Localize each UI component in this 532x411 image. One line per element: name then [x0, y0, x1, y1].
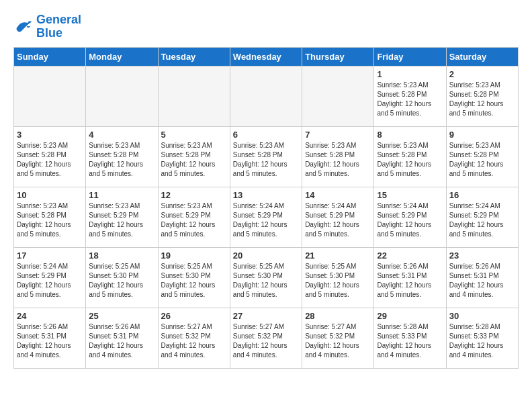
calendar-cell: 11Sunrise: 5:23 AM Sunset: 5:29 PM Dayli… [86, 187, 158, 247]
logo: General Blue [13, 13, 81, 40]
calendar-week-row: 1Sunrise: 5:23 AM Sunset: 5:28 PM Daylig… [14, 66, 519, 126]
day-info: Sunrise: 5:23 AM Sunset: 5:28 PM Dayligh… [17, 201, 83, 239]
day-info: Sunrise: 5:23 AM Sunset: 5:28 PM Dayligh… [377, 81, 443, 118]
day-info: Sunrise: 5:23 AM Sunset: 5:29 PM Dayligh… [161, 201, 227, 239]
calendar-cell: 13Sunrise: 5:24 AM Sunset: 5:29 PM Dayli… [230, 187, 302, 247]
calendar-cell: 15Sunrise: 5:24 AM Sunset: 5:29 PM Dayli… [374, 187, 446, 247]
calendar-cell: 5Sunrise: 5:23 AM Sunset: 5:28 PM Daylig… [158, 126, 230, 187]
day-number: 15 [377, 190, 443, 200]
calendar-cell: 16Sunrise: 5:24 AM Sunset: 5:29 PM Dayli… [446, 187, 518, 247]
day-info: Sunrise: 5:24 AM Sunset: 5:29 PM Dayligh… [449, 201, 515, 239]
day-info: Sunrise: 5:25 AM Sunset: 5:30 PM Dayligh… [89, 262, 154, 300]
calendar-cell: 9Sunrise: 5:23 AM Sunset: 5:28 PM Daylig… [446, 126, 518, 187]
day-number: 28 [305, 311, 371, 321]
calendar-table: SundayMondayTuesdayWednesdayThursdayFrid… [13, 47, 519, 369]
calendar-cell: 20Sunrise: 5:25 AM Sunset: 5:30 PM Dayli… [230, 247, 302, 308]
calendar-cell: 22Sunrise: 5:26 AM Sunset: 5:31 PM Dayli… [374, 247, 446, 308]
logo-text: General Blue [36, 13, 81, 40]
day-number: 23 [449, 250, 515, 261]
day-info: Sunrise: 5:26 AM Sunset: 5:31 PM Dayligh… [89, 322, 154, 360]
day-number: 24 [17, 311, 83, 321]
day-number: 6 [233, 130, 299, 140]
calendar-cell: 12Sunrise: 5:23 AM Sunset: 5:29 PM Dayli… [158, 187, 230, 247]
day-number: 12 [161, 190, 227, 200]
day-number: 30 [449, 311, 515, 321]
calendar-cell: 1Sunrise: 5:23 AM Sunset: 5:28 PM Daylig… [374, 66, 446, 126]
day-info: Sunrise: 5:28 AM Sunset: 5:33 PM Dayligh… [377, 322, 443, 360]
page-header: General Blue [13, 13, 519, 40]
weekday-header-cell: Saturday [446, 47, 518, 66]
day-info: Sunrise: 5:25 AM Sunset: 5:30 PM Dayligh… [305, 262, 371, 300]
logo-icon [13, 17, 34, 37]
calendar-cell: 28Sunrise: 5:27 AM Sunset: 5:32 PM Dayli… [302, 308, 374, 368]
calendar-week-row: 3Sunrise: 5:23 AM Sunset: 5:28 PM Daylig… [14, 126, 519, 187]
calendar-cell: 19Sunrise: 5:25 AM Sunset: 5:30 PM Dayli… [158, 247, 230, 308]
day-number: 18 [89, 250, 154, 261]
calendar-week-row: 10Sunrise: 5:23 AM Sunset: 5:28 PM Dayli… [14, 187, 519, 247]
weekday-header-cell: Friday [374, 47, 446, 66]
day-info: Sunrise: 5:27 AM Sunset: 5:32 PM Dayligh… [233, 322, 299, 360]
calendar-week-row: 24Sunrise: 5:26 AM Sunset: 5:31 PM Dayli… [14, 308, 519, 368]
day-info: Sunrise: 5:27 AM Sunset: 5:32 PM Dayligh… [305, 322, 371, 360]
calendar-cell [14, 66, 86, 126]
day-info: Sunrise: 5:26 AM Sunset: 5:31 PM Dayligh… [17, 322, 83, 360]
day-number: 29 [377, 311, 443, 321]
calendar-cell: 27Sunrise: 5:27 AM Sunset: 5:32 PM Dayli… [230, 308, 302, 368]
day-info: Sunrise: 5:23 AM Sunset: 5:28 PM Dayligh… [305, 141, 371, 179]
day-info: Sunrise: 5:25 AM Sunset: 5:30 PM Dayligh… [161, 262, 227, 300]
day-number: 13 [233, 190, 299, 200]
calendar-cell: 10Sunrise: 5:23 AM Sunset: 5:28 PM Dayli… [14, 187, 86, 247]
day-info: Sunrise: 5:24 AM Sunset: 5:29 PM Dayligh… [377, 201, 443, 239]
calendar-cell: 23Sunrise: 5:26 AM Sunset: 5:31 PM Dayli… [446, 247, 518, 308]
day-info: Sunrise: 5:23 AM Sunset: 5:28 PM Dayligh… [449, 141, 515, 179]
day-number: 20 [233, 250, 299, 261]
day-number: 10 [17, 190, 83, 200]
day-number: 14 [305, 190, 371, 200]
day-info: Sunrise: 5:23 AM Sunset: 5:28 PM Dayligh… [89, 141, 154, 179]
calendar-cell: 14Sunrise: 5:24 AM Sunset: 5:29 PM Dayli… [302, 187, 374, 247]
calendar-week-row: 17Sunrise: 5:24 AM Sunset: 5:29 PM Dayli… [14, 247, 519, 308]
calendar-cell: 30Sunrise: 5:28 AM Sunset: 5:33 PM Dayli… [446, 308, 518, 368]
day-number: 17 [17, 250, 83, 261]
day-number: 27 [233, 311, 299, 321]
day-number: 5 [161, 130, 227, 140]
weekday-header-cell: Thursday [302, 47, 374, 66]
day-number: 9 [449, 130, 515, 140]
day-info: Sunrise: 5:28 AM Sunset: 5:33 PM Dayligh… [449, 322, 515, 360]
calendar-cell: 8Sunrise: 5:23 AM Sunset: 5:28 PM Daylig… [374, 126, 446, 187]
day-number: 7 [305, 130, 371, 140]
weekday-header-cell: Monday [86, 47, 158, 66]
day-info: Sunrise: 5:24 AM Sunset: 5:29 PM Dayligh… [17, 262, 83, 300]
day-info: Sunrise: 5:24 AM Sunset: 5:29 PM Dayligh… [233, 201, 299, 239]
calendar-cell: 17Sunrise: 5:24 AM Sunset: 5:29 PM Dayli… [14, 247, 86, 308]
day-number: 26 [161, 311, 227, 321]
day-number: 11 [89, 190, 154, 200]
weekday-header-cell: Wednesday [230, 47, 302, 66]
calendar-cell [230, 66, 302, 126]
day-info: Sunrise: 5:26 AM Sunset: 5:31 PM Dayligh… [377, 262, 443, 300]
day-number: 16 [449, 190, 515, 200]
day-number: 22 [377, 250, 443, 261]
day-info: Sunrise: 5:23 AM Sunset: 5:28 PM Dayligh… [233, 141, 299, 179]
weekday-header-row: SundayMondayTuesdayWednesdayThursdayFrid… [14, 47, 519, 66]
day-info: Sunrise: 5:24 AM Sunset: 5:29 PM Dayligh… [305, 201, 371, 239]
day-number: 21 [305, 250, 371, 261]
day-info: Sunrise: 5:23 AM Sunset: 5:28 PM Dayligh… [17, 141, 83, 179]
calendar-cell: 26Sunrise: 5:27 AM Sunset: 5:32 PM Dayli… [158, 308, 230, 368]
day-number: 8 [377, 130, 443, 140]
calendar-cell: 21Sunrise: 5:25 AM Sunset: 5:30 PM Dayli… [302, 247, 374, 308]
calendar-cell [158, 66, 230, 126]
calendar-cell: 7Sunrise: 5:23 AM Sunset: 5:28 PM Daylig… [302, 126, 374, 187]
day-number: 2 [449, 69, 515, 79]
weekday-header-cell: Tuesday [158, 47, 230, 66]
day-info: Sunrise: 5:26 AM Sunset: 5:31 PM Dayligh… [449, 262, 515, 300]
calendar-body: 1Sunrise: 5:23 AM Sunset: 5:28 PM Daylig… [14, 66, 519, 368]
day-number: 3 [17, 130, 83, 140]
day-info: Sunrise: 5:23 AM Sunset: 5:28 PM Dayligh… [161, 141, 227, 179]
day-number: 1 [377, 69, 443, 79]
weekday-header-cell: Sunday [14, 47, 86, 66]
day-info: Sunrise: 5:23 AM Sunset: 5:28 PM Dayligh… [377, 141, 443, 179]
day-number: 4 [89, 130, 154, 140]
calendar-cell: 2Sunrise: 5:23 AM Sunset: 5:28 PM Daylig… [446, 66, 518, 126]
day-number: 25 [89, 311, 154, 321]
